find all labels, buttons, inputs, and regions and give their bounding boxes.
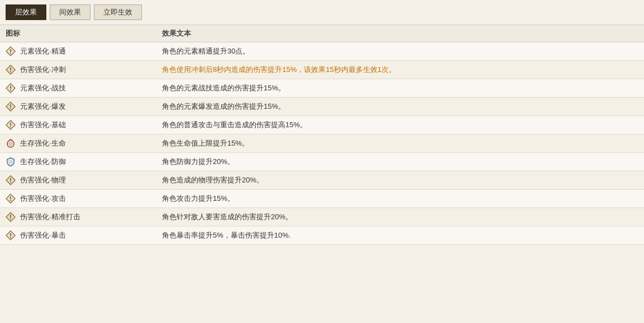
effect-description: 角色防御力提升20%。 [162, 157, 638, 167]
icon-cell: 生存强化·生命 [6, 138, 162, 148]
svg-point-31 [10, 219, 11, 220]
effect-name: 元素强化·精通 [20, 46, 66, 56]
effect-name: 伤害强化·精准打击 [20, 212, 80, 222]
attack-icon [6, 212, 16, 222]
content-area: 图标 效果文本 元素强化·精通角色的元素精通提升30点。 伤害强化·冲刺角色使用… [0, 25, 644, 245]
icon-cell: 伤害强化·暴击 [6, 230, 162, 240]
tab-layer[interactable]: 层效果 [6, 4, 46, 20]
effect-name: 伤害强化·物理 [20, 175, 66, 185]
effect-name: 伤害强化·基础 [20, 120, 66, 130]
life-icon [6, 138, 16, 148]
svg-point-27 [10, 200, 11, 201]
icon-cell: 伤害强化·冲刺 [6, 65, 162, 75]
table-row: 伤害强化·基础角色的普通攻击与重击造成的伤害提高15%。 [0, 116, 644, 134]
svg-point-15 [10, 108, 11, 109]
effect-description: 角色攻击力提升15%。 [162, 194, 638, 204]
table-header: 图标 效果文本 [0, 25, 644, 42]
icon-cell: 伤害强化·攻击 [6, 194, 162, 204]
effect-description: 角色暴击率提升5%，暴击伤害提升10%. [162, 230, 638, 240]
attack-icon [6, 83, 16, 93]
effect-description: 角色的元素精通提升30点。 [162, 46, 638, 56]
icon-cell: 生存强化·防御 [6, 157, 162, 167]
attack-icon [6, 65, 16, 75]
effect-description: 角色的元素战技造成的伤害提升15%。 [162, 83, 638, 93]
effect-description: 角色的普通攻击与重击造成的伤害提高15%。 [162, 120, 638, 130]
table-row: 元素强化·爆发角色的元素爆发造成的伤害提升15%。 [0, 98, 644, 116]
effect-name: 元素强化·战技 [20, 83, 66, 93]
svg-point-11 [10, 90, 11, 91]
table-body: 元素强化·精通角色的元素精通提升30点。 伤害强化·冲刺角色使用冲刺后8秒内造成… [0, 42, 644, 245]
table-row: 伤害强化·物理角色造成的物理伤害提升20%。 [0, 171, 644, 190]
effect-description: 角色生命值上限提升15%。 [162, 138, 638, 148]
icon-cell: 元素强化·爆发 [6, 102, 162, 112]
effect-description: 角色针对敌人要害造成的伤害提升20%。 [162, 212, 638, 222]
svg-point-35 [10, 237, 11, 238]
table-row: 生存强化·生命角色生命值上限提升15%。 [0, 134, 644, 153]
attack-icon [6, 120, 16, 130]
attack-icon [6, 46, 16, 56]
svg-point-7 [10, 71, 11, 73]
effect-description: 角色造成的物理伤害提升20%。 [162, 175, 638, 185]
icon-cell: 伤害强化·物理 [6, 175, 162, 185]
table-row: 生存强化·防御角色防御力提升20%。 [0, 153, 644, 171]
table-row: 伤害强化·冲刺角色使用冲刺后8秒内造成的伤害提升15%，该效果15秒内最多生效1… [0, 61, 644, 79]
table-row: 伤害强化·精准打击角色针对敌人要害造成的伤害提升20%。 [0, 208, 644, 226]
table-row: 伤害强化·暴击角色暴击率提升5%，暴击伤害提升10%. [0, 226, 644, 245]
attack-icon [6, 102, 16, 112]
tab-instant[interactable]: 立即生效 [94, 4, 142, 20]
effect-description: 角色的元素爆发造成的伤害提升15%。 [162, 102, 638, 112]
col-header-effect: 效果文本 [162, 28, 638, 38]
table-row: 元素强化·精通角色的元素精通提升30点。 [0, 42, 644, 61]
svg-point-23 [10, 182, 11, 183]
icon-cell: 元素强化·精通 [6, 46, 162, 56]
attack-icon [6, 194, 16, 204]
attack-icon [6, 230, 16, 240]
effect-name: 伤害强化·攻击 [20, 194, 66, 204]
tab-bar: 层效果 间效果 立即生效 [0, 0, 644, 25]
icon-cell: 元素强化·战技 [6, 83, 162, 93]
effect-name: 生存强化·防御 [20, 157, 66, 167]
defense-icon [6, 157, 16, 167]
col-header-icon: 图标 [6, 28, 162, 38]
effect-description: 角色使用冲刺后8秒内造成的伤害提升15%，该效果15秒内最多生效1次。 [162, 65, 638, 75]
icon-cell: 伤害强化·基础 [6, 120, 162, 130]
svg-point-19 [10, 127, 11, 128]
svg-point-3 [10, 53, 11, 54]
icon-cell: 伤害强化·精准打击 [6, 212, 162, 222]
table-row: 伤害强化·攻击角色攻击力提升15%。 [0, 190, 644, 208]
tab-interval[interactable]: 间效果 [50, 4, 90, 20]
table-row: 元素强化·战技角色的元素战技造成的伤害提升15%。 [0, 79, 644, 98]
effect-name: 伤害强化·冲刺 [20, 65, 66, 75]
effect-name: 伤害强化·暴击 [20, 230, 66, 240]
effect-name: 生存强化·生命 [20, 138, 66, 148]
attack-icon [6, 175, 16, 185]
effect-name: 元素强化·爆发 [20, 102, 66, 112]
